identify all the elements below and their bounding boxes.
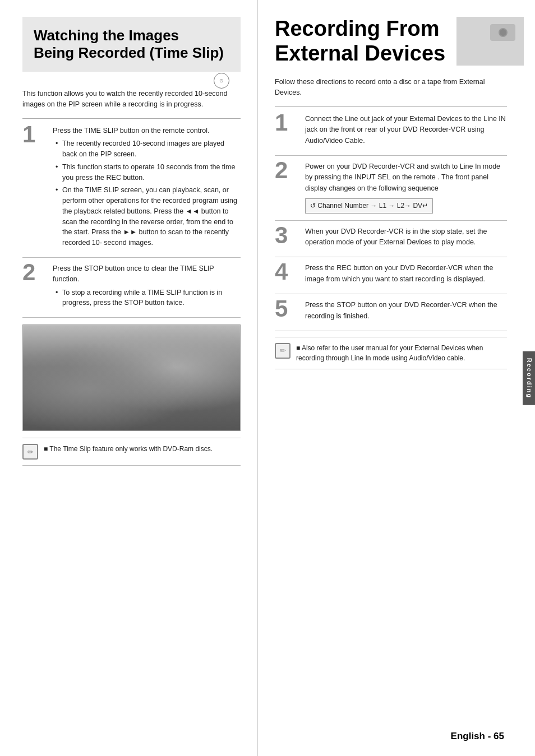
right-step-4: 4 Press the REC button on your DVD Recor… — [275, 263, 507, 294]
step-1-bullets: The recently recorded 10-second images a… — [53, 138, 241, 248]
note-icon-right — [275, 343, 290, 359]
camera-icon — [487, 20, 518, 45]
left-intro: This function allows you to watch the re… — [22, 89, 241, 110]
right-step-4-number: 4 — [275, 260, 298, 284]
step-1-main: Press the TIME SLIP button on the remote… — [53, 126, 241, 136]
page-number: English - 65 — [451, 731, 504, 742]
left-note: ■ The Time Slip feature only works with … — [22, 438, 241, 466]
right-step-5-content: Press the STOP button on your DVD Record… — [305, 300, 507, 324]
left-header-wrapper: Watching the Images Being Recorded (Time… — [22, 17, 241, 72]
right-step-1-text: Connect the Line out jack of your Extern… — [305, 114, 507, 146]
camera-body — [490, 24, 515, 41]
bullet-1-1: The recently recorded 10-second images a… — [56, 138, 241, 160]
right-step-2-content: Power on your DVD Recorder-VCR and switc… — [305, 161, 507, 214]
step-1-number: 1 — [22, 123, 46, 146]
right-header: Recording From External Devices — [275, 17, 507, 66]
left-step-1: 1 Press the TIME SLIP button on the remo… — [22, 126, 241, 258]
note-icon-left — [22, 444, 38, 460]
right-step-3: 3 When your DVD Recorder-VCR is in the s… — [275, 226, 507, 258]
right-step-1-number: 1 — [275, 111, 298, 134]
right-divider-0 — [275, 106, 507, 107]
right-column: Recording From External Devices Follow t… — [258, 0, 535, 756]
right-step-3-number: 3 — [275, 224, 298, 247]
step-1-content: Press the TIME SLIP button on the remote… — [53, 126, 241, 251]
left-step-2: 2 Press the STOP button once to clear th… — [22, 263, 241, 318]
right-step-2-number: 2 — [275, 159, 298, 182]
right-step-3-text: When your DVD Recorder-VCR is in the sto… — [305, 226, 507, 248]
right-intro: Follow these directions to record onto a… — [275, 77, 507, 98]
channel-sequence: ↺ Channel Number → L1 → L2→ DV↵ — [305, 198, 433, 214]
right-note-text: ■ Also refer to the user manual for your… — [296, 343, 507, 363]
left-column: Watching the Images Being Recorded (Time… — [0, 0, 258, 756]
right-step-1: 1 Connect the Line out jack of your Exte… — [275, 114, 507, 156]
divider-1 — [22, 118, 241, 119]
right-step-5-text: Press the STOP button on your DVD Record… — [305, 300, 507, 322]
right-note: ■ Also refer to the user manual for your… — [275, 337, 507, 369]
left-header-box: Watching the Images Being Recorded (Time… — [22, 17, 241, 72]
right-step-2: 2 Power on your DVD Recorder-VCR and swi… — [275, 161, 507, 221]
step-2-content: Press the STOP button once to clear the … — [53, 263, 241, 310]
right-step-2-text: Power on your DVD Recorder-VCR and switc… — [305, 161, 507, 194]
right-step-5-number: 5 — [275, 297, 298, 321]
bullet-1-3: On the TIME SLIP screen, you can playbac… — [56, 185, 241, 248]
left-note-text: ■ The Time Slip feature only works with … — [44, 444, 213, 454]
image-inner — [23, 325, 240, 430]
right-step-4-text: Press the REC button on your DVD Recorde… — [305, 263, 507, 285]
right-step-1-content: Connect the Line out jack of your Extern… — [305, 114, 507, 149]
circle-icon: ⊙ — [214, 73, 229, 89]
bullet-1-2: This function starts to operate 10 secon… — [56, 162, 241, 183]
step-2-main: Press the STOP button once to clear the … — [53, 263, 241, 285]
step-2-bullets: To stop a recording while a TIME SLIP fu… — [53, 287, 241, 309]
right-step-3-content: When your DVD Recorder-VCR is in the sto… — [305, 226, 507, 251]
time-slip-image — [22, 324, 241, 431]
right-title: Recording From External Devices — [275, 17, 507, 66]
right-step-5: 5 Press the STOP button on your DVD Reco… — [275, 300, 507, 331]
camera-lens — [499, 28, 508, 37]
right-step-4-content: Press the REC button on your DVD Recorde… — [305, 263, 507, 287]
step-2-number: 2 — [22, 261, 46, 284]
bullet-2-1: To stop a recording while a TIME SLIP fu… — [56, 287, 241, 309]
side-tab: Recording — [523, 351, 535, 405]
left-title: Watching the Images Being Recorded (Time… — [34, 27, 229, 62]
